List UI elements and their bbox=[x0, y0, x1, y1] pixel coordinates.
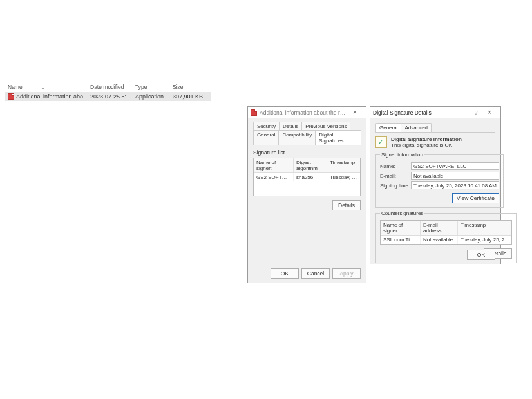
signing-time-value[interactable]: Tuesday, July 25, 2023 10:41:08 AM bbox=[411, 181, 499, 189]
signature-list[interactable]: Name of signer: Digest algorithm Timesta… bbox=[253, 158, 361, 196]
signer-email-value[interactable]: Not available bbox=[411, 172, 499, 180]
header-digest[interactable]: Digest algorithm bbox=[294, 158, 327, 172]
countersignatures-group: Countersignatures Name of signer: E-mail… bbox=[375, 210, 517, 263]
column-header-name[interactable]: Name▴ bbox=[5, 84, 90, 90]
countersignature-header: Name of signer: E-mail address: Timestam… bbox=[381, 221, 511, 236]
ok-button[interactable]: OK bbox=[467, 250, 495, 260]
tab-advanced[interactable]: Advanced bbox=[401, 123, 432, 132]
file-date: 2023-07-25 8:41 PM bbox=[90, 93, 135, 100]
close-icon[interactable]: × bbox=[347, 109, 363, 116]
row-signer: GS2 SOFTWAR... bbox=[254, 173, 294, 181]
cs-row-name: SSL.com Timesta... bbox=[381, 236, 421, 244]
tab-general[interactable]: General bbox=[375, 123, 401, 132]
column-header-type[interactable]: Type bbox=[135, 84, 173, 90]
signer-information-group: Signer information Name: GS2 SOFTWARE, L… bbox=[375, 152, 504, 208]
cancel-button[interactable]: Cancel bbox=[301, 268, 330, 279]
certificate-icon bbox=[375, 136, 387, 148]
properties-tabs: Security Details Previous Versions Gener… bbox=[253, 122, 361, 145]
countersignature-row[interactable]: SSL.com Timesta... Not available Tuesday… bbox=[381, 236, 511, 244]
help-icon[interactable]: ? bbox=[471, 109, 481, 116]
details-button[interactable]: Details bbox=[332, 200, 361, 210]
signature-list-header: Name of signer: Digest algorithm Timesta… bbox=[254, 158, 360, 173]
column-header-date[interactable]: Date modified bbox=[90, 84, 135, 90]
signature-info-block: Digital Signature Information This digit… bbox=[375, 136, 495, 148]
info-subtext: This digital signature is OK. bbox=[391, 142, 453, 148]
file-row[interactable]: Additional information about the reserva… bbox=[5, 92, 211, 101]
countersignatures-legend: Countersignatures bbox=[380, 210, 424, 216]
info-heading: Digital Signature Information bbox=[391, 136, 462, 142]
signer-legend: Signer information bbox=[380, 152, 424, 158]
close-icon[interactable]: × bbox=[481, 109, 498, 116]
header-signer[interactable]: Name of signer: bbox=[254, 158, 294, 172]
sort-arrow-icon: ▴ bbox=[42, 86, 44, 89]
file-size: 307,901 KB bbox=[173, 93, 205, 100]
ok-button[interactable]: OK bbox=[271, 268, 299, 279]
signer-name-value[interactable]: GS2 SOFTWARE, LLC bbox=[411, 162, 499, 170]
cs-row-timestamp: Tuesday, July 25, 2... bbox=[458, 236, 511, 244]
row-digest: sha256 bbox=[294, 173, 327, 181]
dsd-title: Digital Signature Details bbox=[373, 109, 471, 116]
cs-row-email: Not available bbox=[421, 236, 458, 244]
tab-security[interactable]: Security bbox=[253, 122, 280, 131]
view-certificate-button[interactable]: View Certificate bbox=[452, 193, 499, 203]
column-header-size[interactable]: Size bbox=[173, 84, 205, 90]
dsd-titlebar[interactable]: Digital Signature Details ? × bbox=[370, 107, 500, 118]
dsd-tabs: General Advanced bbox=[375, 124, 495, 133]
apply-button[interactable]: Apply bbox=[332, 268, 361, 279]
file-name: Additional information about the reserva… bbox=[16, 93, 90, 100]
explorer-columns-header: Name▴ Date modified Type Size bbox=[5, 82, 211, 92]
signer-name-label: Name: bbox=[380, 163, 411, 169]
tab-details[interactable]: Details bbox=[279, 122, 302, 131]
exe-file-icon bbox=[251, 109, 257, 116]
exe-file-icon bbox=[8, 93, 14, 100]
signing-time-label: Signing time: bbox=[380, 183, 411, 189]
properties-titlebar[interactable]: Additional information about the reserva… bbox=[248, 107, 366, 118]
cs-header-email[interactable]: E-mail address: bbox=[421, 221, 458, 235]
file-explorer: Name▴ Date modified Type Size Additional… bbox=[5, 82, 211, 101]
digital-signature-details-dialog: Digital Signature Details ? × General Ad… bbox=[370, 106, 501, 264]
signature-list-label: Signature list bbox=[253, 149, 361, 156]
tab-general[interactable]: General bbox=[253, 130, 279, 145]
row-timestamp: Tuesday, July 25, 202... bbox=[327, 173, 360, 181]
file-type: Application bbox=[135, 93, 173, 100]
tab-compatibility[interactable]: Compatibility bbox=[278, 130, 316, 145]
cs-header-name[interactable]: Name of signer: bbox=[381, 221, 421, 235]
tab-previous-versions[interactable]: Previous Versions bbox=[301, 122, 350, 131]
header-timestamp[interactable]: Timestamp bbox=[327, 158, 360, 172]
signature-list-row[interactable]: GS2 SOFTWAR... sha256 Tuesday, July 25, … bbox=[254, 173, 360, 181]
signer-email-label: E-mail: bbox=[380, 173, 411, 179]
cs-header-timestamp[interactable]: Timestamp bbox=[458, 221, 511, 235]
properties-title: Additional information about the reserva… bbox=[260, 109, 347, 116]
tab-digital-signatures[interactable]: Digital Signatures bbox=[315, 130, 361, 145]
properties-dialog: Additional information about the reserva… bbox=[247, 106, 366, 283]
countersignature-list[interactable]: Name of signer: E-mail address: Timestam… bbox=[380, 220, 512, 245]
